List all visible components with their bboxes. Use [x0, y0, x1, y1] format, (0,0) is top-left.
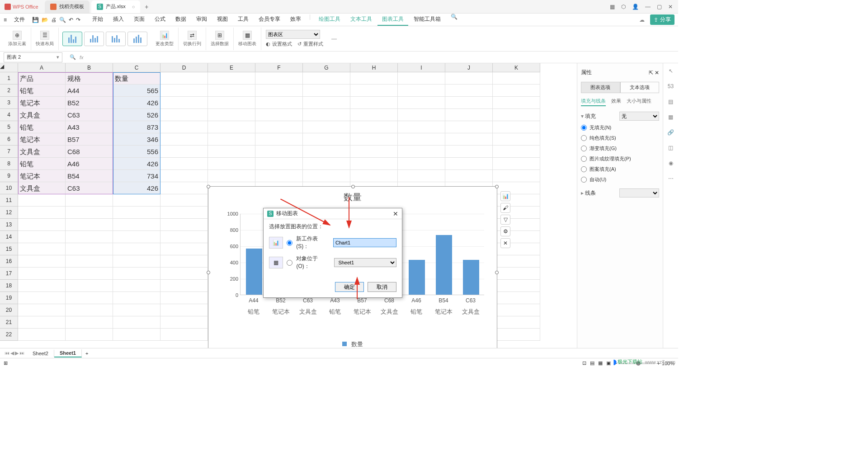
- sheet-next-icon[interactable]: ▶: [15, 350, 19, 356]
- cell[interactable]: [66, 329, 113, 341]
- close-icon[interactable]: ✕: [668, 4, 673, 10]
- strip-style-icon[interactable]: 53: [667, 82, 675, 90]
- cell[interactable]: [160, 280, 208, 292]
- status-view-icon1[interactable]: ⊡: [582, 360, 586, 366]
- cell[interactable]: [303, 170, 350, 182]
- chart-handle[interactable]: [495, 185, 499, 188]
- ribbon-add-element[interactable]: ⊕ 添加元素: [4, 28, 31, 50]
- row-header[interactable]: 22: [0, 329, 18, 341]
- cell[interactable]: 文具盒: [18, 146, 66, 158]
- cell[interactable]: [208, 85, 255, 97]
- cell[interactable]: 铅笔: [18, 158, 66, 170]
- row-header[interactable]: 14: [0, 231, 18, 243]
- cell[interactable]: 426: [113, 182, 160, 194]
- row-header[interactable]: 12: [0, 207, 18, 219]
- tab-product-xlsx[interactable]: S 产品.xlsx ○: [91, 0, 141, 13]
- cell[interactable]: [493, 207, 540, 219]
- cell[interactable]: [303, 72, 350, 85]
- cell[interactable]: 526: [113, 109, 160, 121]
- cell[interactable]: [160, 72, 208, 85]
- ribbon-reset-style[interactable]: ↺重置样式: [297, 41, 323, 47]
- row-header[interactable]: 19: [0, 292, 18, 304]
- cell[interactable]: [66, 268, 113, 280]
- chart-bar[interactable]: [409, 260, 425, 295]
- fx-icon[interactable]: fx: [80, 55, 84, 60]
- cell[interactable]: [398, 146, 445, 158]
- cloud-sync-icon[interactable]: ☁: [639, 17, 645, 23]
- cell[interactable]: [255, 72, 303, 85]
- cell[interactable]: [493, 170, 540, 182]
- fx-search-icon[interactable]: 🔍: [70, 54, 76, 60]
- chart-bar[interactable]: [246, 249, 262, 295]
- save-icon[interactable]: 💾: [32, 17, 39, 23]
- cell[interactable]: [255, 146, 303, 158]
- cell[interactable]: [398, 97, 445, 109]
- row-header[interactable]: 8: [0, 158, 18, 170]
- strip-data-icon[interactable]: ▤: [667, 98, 675, 106]
- add-tab-button[interactable]: +: [140, 3, 153, 10]
- cell[interactable]: [493, 304, 540, 316]
- panel-fill-radio[interactable]: [581, 125, 587, 131]
- cell[interactable]: [493, 146, 540, 158]
- panel-fill-option[interactable]: 图案填充(A): [581, 166, 659, 173]
- object-in-select[interactable]: Sheet1: [334, 258, 396, 267]
- menu-review[interactable]: 审阅: [192, 14, 212, 26]
- chart-handle[interactable]: [207, 185, 210, 188]
- row-header[interactable]: 4: [0, 109, 18, 121]
- cell[interactable]: [303, 146, 350, 158]
- row-header[interactable]: 16: [0, 255, 18, 268]
- cell[interactable]: [350, 146, 398, 158]
- cell[interactable]: [350, 72, 398, 85]
- undo-icon[interactable]: ↶: [69, 17, 73, 23]
- dialog-titlebar[interactable]: S 移动图表 ✕: [264, 208, 402, 219]
- select-all-corner[interactable]: ◢: [0, 63, 18, 72]
- cell[interactable]: [493, 292, 540, 304]
- cell[interactable]: [208, 72, 255, 85]
- cell[interactable]: [350, 133, 398, 146]
- cell[interactable]: [160, 182, 208, 194]
- cell[interactable]: [160, 194, 208, 207]
- sheet-prev-icon[interactable]: ◀: [10, 350, 14, 356]
- chart-settings-icon[interactable]: ⚙: [500, 226, 510, 236]
- menu-member[interactable]: 会员专享: [254, 14, 285, 26]
- strip-table-icon[interactable]: ▦: [667, 113, 675, 121]
- cell[interactable]: 565: [113, 85, 160, 97]
- panel-subtab-effects[interactable]: 效果: [611, 98, 621, 106]
- col-header[interactable]: J: [445, 63, 493, 72]
- strip-pointer-icon[interactable]: ↖: [667, 67, 675, 75]
- cell[interactable]: 文具盒: [18, 182, 66, 194]
- col-header[interactable]: B: [66, 63, 113, 72]
- chart-type-3[interactable]: [106, 32, 126, 46]
- cell[interactable]: [113, 268, 160, 280]
- cell[interactable]: [255, 158, 303, 170]
- cell[interactable]: [255, 97, 303, 109]
- row-header[interactable]: 1: [0, 72, 18, 85]
- row-header[interactable]: 7: [0, 146, 18, 158]
- cell[interactable]: [160, 146, 208, 158]
- menu-view[interactable]: 视图: [212, 14, 232, 26]
- cell[interactable]: [113, 280, 160, 292]
- redo-icon[interactable]: ↷: [76, 17, 80, 23]
- cell[interactable]: [18, 194, 66, 207]
- search-icon[interactable]: 🔍: [446, 14, 462, 26]
- radio-object-in[interactable]: [287, 260, 292, 266]
- cell[interactable]: [493, 316, 540, 329]
- cell[interactable]: [18, 255, 66, 268]
- ribbon-select-data[interactable]: ⊞ 选择数据: [206, 28, 234, 50]
- cell[interactable]: [160, 268, 208, 280]
- cell[interactable]: [445, 85, 493, 97]
- cell[interactable]: [113, 255, 160, 268]
- cell[interactable]: [350, 97, 398, 109]
- cell[interactable]: [66, 207, 113, 219]
- cell[interactable]: [445, 109, 493, 121]
- cell[interactable]: [66, 219, 113, 231]
- cell[interactable]: [350, 121, 398, 133]
- cell[interactable]: [398, 72, 445, 85]
- cell[interactable]: [398, 85, 445, 97]
- cell[interactable]: [493, 255, 540, 268]
- cell[interactable]: [160, 109, 208, 121]
- status-mode-icon[interactable]: ⊞: [4, 360, 8, 366]
- cell[interactable]: [113, 329, 160, 341]
- panel-close-icon[interactable]: ✕: [655, 70, 659, 76]
- cell[interactable]: [445, 158, 493, 170]
